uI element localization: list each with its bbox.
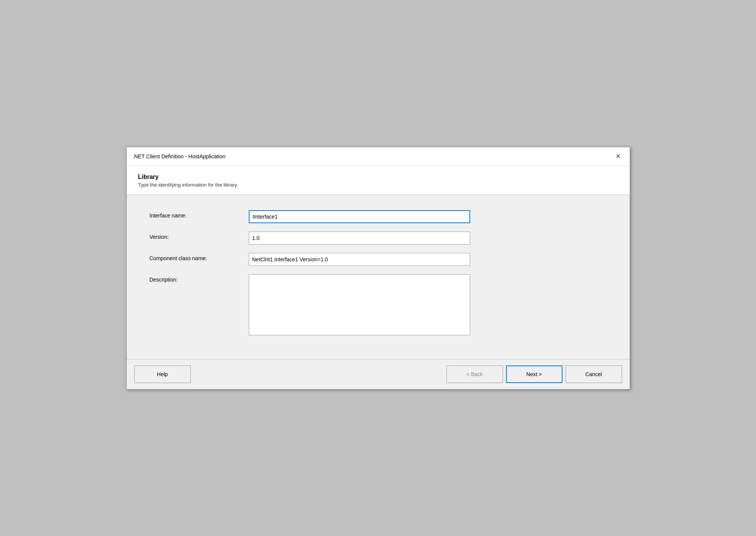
dialog-window: .NET Client Definition - HostApplication… [126,147,630,390]
description-row: Description: [150,274,607,335]
version-label: Version: [150,232,249,240]
help-button[interactable]: Help [134,365,191,383]
interface-name-row: Interface name: [150,210,607,223]
header-subtitle: Type the identifying information for the… [138,182,618,188]
component-class-input[interactable] [249,253,470,266]
description-label: Description: [150,274,249,283]
version-input[interactable] [249,232,470,245]
title-bar: .NET Client Definition - HostApplication… [127,147,630,166]
description-textarea[interactable] [249,274,470,335]
footer-right: < Back Next > Cancel [447,365,622,383]
version-row: Version: [150,232,607,245]
interface-name-input[interactable] [249,210,470,223]
window-title: .NET Client Definition - HostApplication [133,153,226,159]
interface-name-label: Interface name: [150,210,249,219]
content-area: Interface name: Version: Component class… [127,195,630,359]
close-button[interactable]: ✕ [613,151,624,162]
footer-left: Help [134,365,191,383]
back-button[interactable]: < Back [447,365,503,383]
component-class-row: Component class name: [150,253,607,266]
next-button[interactable]: Next > [506,365,563,383]
header-section: Library Type the identifying information… [127,166,630,195]
component-class-label: Component class name: [150,253,249,261]
footer-section: Help < Back Next > Cancel [127,359,630,389]
cancel-button[interactable]: Cancel [566,365,622,383]
header-title: Library [138,174,618,180]
